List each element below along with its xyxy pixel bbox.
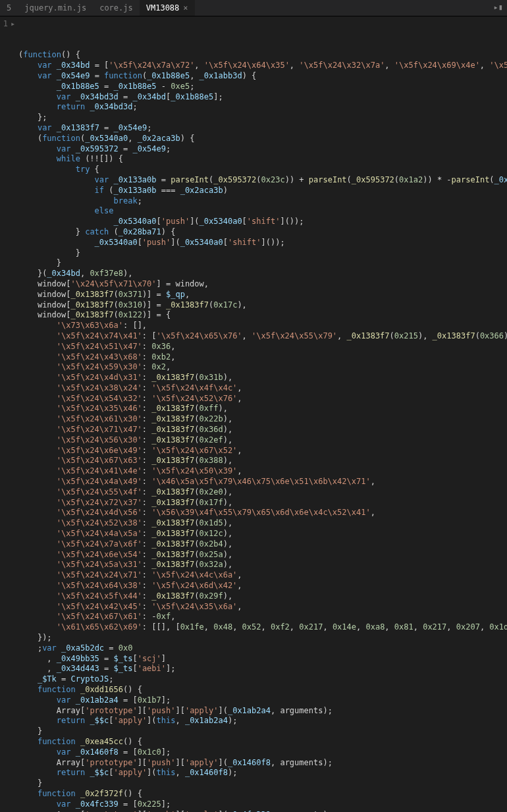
tab-vm13088[interactable]: VM13088 × <box>140 0 195 16</box>
line-number: 1 <box>0 19 8 30</box>
close-icon[interactable]: × <box>183 3 188 13</box>
tab-bar: 5 jquery.min.js core.js VM13088 × ▸▮ <box>0 0 507 16</box>
left-lineno: 5 <box>0 0 18 16</box>
code-editor[interactable]: 1 ▸ (function() { var _0x34bd = ['\x5f\x… <box>0 16 507 812</box>
toolbar-icon[interactable]: ▸▮ <box>494 3 503 12</box>
tab-jquery[interactable]: jquery.min.js <box>18 0 93 16</box>
tab-core[interactable]: core.js <box>93 0 140 16</box>
fold-icon[interactable]: ▸ <box>11 19 15 30</box>
tab-label: VM13088 <box>146 3 180 13</box>
